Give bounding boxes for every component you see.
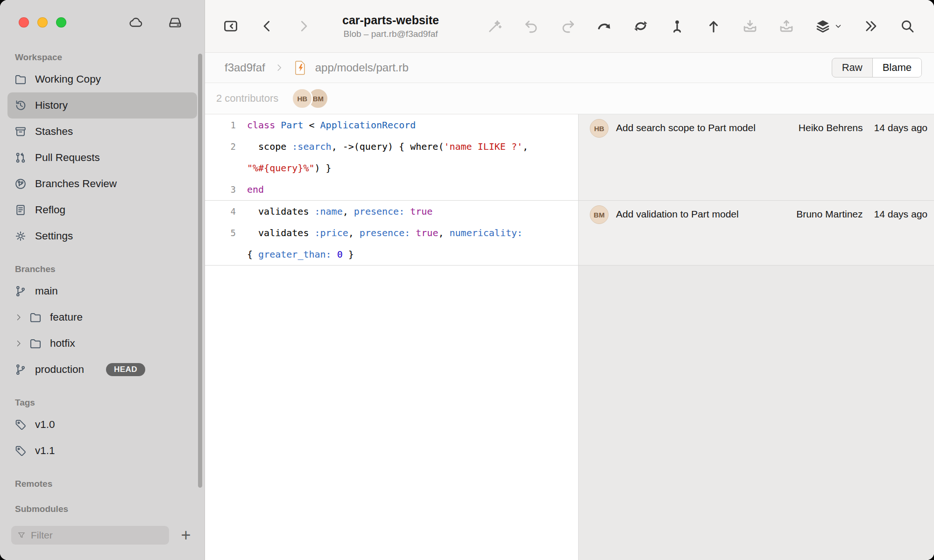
- back-icon[interactable]: [259, 18, 275, 34]
- sidebar-item-main[interactable]: main: [7, 278, 197, 304]
- pull-icon[interactable]: [596, 18, 612, 34]
- code-line: "%#{query}%") }: [205, 157, 578, 179]
- sidebar-section-title-branches: Branches: [15, 264, 190, 274]
- code-block: 4 validates :name, presence: true5 valid…: [205, 201, 578, 265]
- tag-icon: [14, 418, 27, 431]
- sidebar-item-branches-review[interactable]: Branches Review: [7, 171, 197, 197]
- line-number: 5: [205, 228, 247, 238]
- blame-view: 1class Part < ApplicationRecord2 scope :…: [205, 114, 934, 560]
- redo-icon[interactable]: [560, 18, 576, 34]
- sidebar-item-settings[interactable]: Settings: [7, 223, 197, 249]
- sidebar: WorkspaceWorking CopyHistoryStashesPull …: [0, 0, 205, 560]
- commit-up-icon[interactable]: [706, 18, 722, 34]
- view-subtitle: Blob – part.rb@f3ad9faf: [342, 29, 439, 39]
- contributors-label: 2 contributors: [216, 92, 278, 105]
- repository-title: car-parts-website: [342, 14, 439, 27]
- minimize-window-button[interactable]: [37, 17, 48, 28]
- folder-icon: [29, 311, 42, 324]
- code-text: scope :search, ->(query) { where('name I…: [247, 141, 528, 152]
- commit-meta: Heiko Behrens14 days ago: [799, 119, 927, 133]
- layers-icon[interactable]: [815, 18, 831, 34]
- sidebar-item-v1-1[interactable]: v1.1: [7, 438, 197, 464]
- line-number: 4: [205, 206, 247, 217]
- filter-input[interactable]: Filter: [11, 526, 169, 545]
- fetch-icon[interactable]: [633, 18, 649, 34]
- filter-icon: [17, 531, 26, 540]
- content-rest: [205, 266, 934, 560]
- code-text: validates :price, presence: true, numeri…: [247, 227, 523, 238]
- sidebar-item-reflog[interactable]: Reflog: [7, 197, 197, 223]
- undo-icon[interactable]: [524, 18, 539, 34]
- gear-icon: [14, 230, 27, 243]
- filter-bar: Filter +: [0, 518, 205, 560]
- sidebar-item-production[interactable]: productionHEAD: [7, 357, 197, 383]
- sidebar-item-v1-0[interactable]: v1.0: [7, 412, 197, 438]
- contributor-avatars: HBBM: [291, 88, 329, 109]
- raw-button[interactable]: Raw: [832, 58, 872, 77]
- toolbar-right-icons: [487, 18, 915, 34]
- stash-icon: [14, 125, 27, 138]
- sidebar-top-icons: [127, 14, 184, 30]
- sidebar-item-feature[interactable]: feature: [7, 304, 197, 330]
- blame-area-empty: [578, 266, 934, 560]
- code-line: 1class Part < ApplicationRecord: [205, 114, 578, 136]
- commit-message: Add search scope to Part model: [616, 119, 756, 133]
- sidebar-item-label: main: [35, 285, 58, 297]
- tag-icon: [14, 444, 27, 457]
- close-window-button[interactable]: [19, 17, 29, 28]
- blame-entry[interactable]: BMAdd validation to Part modelBruno Mart…: [578, 201, 934, 265]
- code-line: 5 validates :price, presence: true, nume…: [205, 222, 578, 244]
- chevron-right-icon[interactable]: [14, 339, 23, 348]
- sidebar-item-label: hotfix: [50, 337, 75, 350]
- sidebar-item-label: Pull Requests: [35, 152, 100, 164]
- code-text: { greater_than: 0 }: [247, 249, 354, 260]
- reflog-icon: [14, 203, 27, 217]
- more-icon[interactable]: [863, 18, 879, 34]
- history-icon: [14, 99, 27, 112]
- toggle-panel-icon[interactable]: [223, 18, 239, 34]
- sidebar-item-stashes[interactable]: Stashes: [7, 119, 197, 145]
- commit-meta: Bruno Martinez14 days ago: [796, 205, 927, 220]
- blame-row: 4 validates :name, presence: true5 valid…: [205, 201, 934, 266]
- author-avatar: HB: [590, 119, 609, 138]
- cloud-icon[interactable]: [127, 14, 145, 30]
- sidebar-item-pull-requests[interactable]: Pull Requests: [7, 145, 197, 171]
- chevron-down-icon[interactable]: [834, 22, 842, 30]
- commit-author: Bruno Martinez: [796, 209, 863, 220]
- chevron-right-icon[interactable]: [14, 313, 23, 322]
- search-icon[interactable]: [899, 18, 915, 34]
- sidebar-item-history[interactable]: History: [7, 92, 197, 119]
- pop-tray-icon[interactable]: [778, 18, 794, 34]
- quick-launch-icon[interactable]: [487, 18, 503, 34]
- sidebar-item-label: production: [35, 364, 84, 376]
- sidebar-section-title-tags: Tags: [15, 398, 190, 408]
- blame-entry[interactable]: HBAdd search scope to Part modelHeiko Be…: [578, 114, 934, 200]
- add-repository-button[interactable]: +: [177, 526, 194, 545]
- window-title-block: car-parts-website Blob – part.rb@f3ad9fa…: [342, 14, 439, 39]
- commit-message: Add validation to Part model: [616, 205, 739, 220]
- sidebar-item-hotfix[interactable]: hotfix: [7, 330, 197, 357]
- local-repositories-icon[interactable]: [166, 14, 184, 30]
- sidebar-item-working-copy[interactable]: Working Copy: [7, 66, 197, 92]
- contributor-avatar[interactable]: HB: [291, 88, 313, 109]
- code-text: "%#{query}%") }: [247, 162, 332, 174]
- stash-tray-icon[interactable]: [742, 18, 758, 34]
- sidebar-item-label: Branches Review: [35, 178, 117, 190]
- sidebar-nav: WorkspaceWorking CopyHistoryStashesPull …: [0, 45, 205, 518]
- code-line: 2 scope :search, ->(query) { where('name…: [205, 136, 578, 157]
- sidebar-scrollbar[interactable]: [198, 54, 202, 488]
- commit-hash[interactable]: f3ad9faf: [225, 61, 265, 74]
- commit-date: 14 days ago: [874, 209, 927, 220]
- sidebar-section-title-workspace: Workspace: [15, 52, 190, 63]
- forward-icon[interactable]: [296, 18, 311, 34]
- zoom-window-button[interactable]: [56, 17, 66, 28]
- pull-request-icon: [14, 151, 27, 164]
- sidebar-header: [0, 0, 205, 45]
- contributors-bar: 2 contributors HBBM: [205, 83, 934, 114]
- code-text: validates :name, presence: true: [247, 206, 432, 217]
- branch-icon: [14, 285, 27, 298]
- blame-button[interactable]: Blame: [872, 58, 921, 77]
- sidebar-item-label: v1.1: [35, 445, 55, 457]
- push-icon[interactable]: [669, 18, 685, 34]
- sidebar-section-title-submodules: Submodules: [15, 504, 190, 514]
